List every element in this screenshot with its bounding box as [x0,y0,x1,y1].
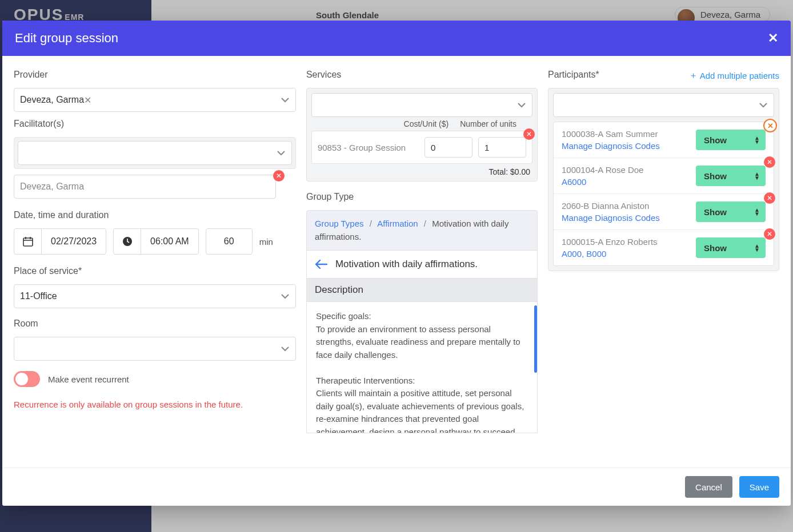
chevron-down-icon [281,95,290,104]
participant-name: 2060-B Dianna Aniston [562,201,690,211]
participants-card: 1000038-A Sam Summer Manage Diagnosis Co… [548,88,779,271]
show-dropdown[interactable]: Show▲▼ [696,166,766,186]
description-body: Specific goals: To provide an environmen… [306,302,538,433]
cancel-button[interactable]: Cancel [685,476,732,498]
facilitator-tag-name: Deveza, Garma [14,175,276,199]
modal-title: Edit group session [15,31,118,46]
column-middle: Services Cost/Unit ($) Number of units 9… [306,70,538,462]
participant-name: 1000038-A Sam Summer [562,129,690,139]
recurrent-toggle[interactable] [14,371,40,387]
participant-row: 1000038-A Sam Summer Manage Diagnosis Co… [554,122,774,158]
participant-row: 1000104-A Rose Doe A6000 Show▲▼ ✕ [554,158,774,194]
dt-label: Date, time and duration [14,210,296,220]
service-name: 90853 - Group Session [318,143,419,152]
diagnosis-codes-link[interactable]: A6000 [562,177,690,187]
remove-participant-icon[interactable]: ✕ [764,192,775,204]
location-label: South Glendale [316,10,379,20]
units-header: Number of units [460,119,516,128]
participants-label: Participants* [548,70,599,80]
cost-header: Cost/Unit ($) [404,119,449,128]
back-arrow-icon[interactable] [315,260,327,269]
recurrent-label: Make event recurrent [48,374,129,384]
remove-participant-icon[interactable]: ✕ [763,119,777,132]
chevron-down-icon [517,100,526,110]
remove-participant-icon[interactable]: ✕ [764,228,775,240]
group-type-block: Group Types / Affirmation / Motivation w… [306,210,538,433]
column-left: Provider Deveza, Garma ✕ Facilitator(s) … [14,70,296,462]
duration-input[interactable]: 60 [206,228,253,255]
plus-icon: ＋ [689,70,698,81]
time-input[interactable]: 06:00 AM [113,228,199,255]
add-multiple-patients-link[interactable]: ＋ Add multiple patients [689,70,779,81]
min-label: min [259,237,273,247]
remove-service-icon[interactable]: ✕ [523,128,535,140]
ther-head: Therapeutic Interventions: [316,374,528,388]
show-dropdown[interactable]: Show▲▼ [696,237,766,258]
date-input[interactable]: 02/27/2023 [14,228,106,255]
participants-list: 1000038-A Sam Summer Manage Diagnosis Co… [553,122,774,266]
room-select[interactable] [14,337,296,361]
modal-header: Edit group session ✕ [2,21,791,56]
group-type-breadcrumb: Group Types / Affirmation / Motivation w… [306,210,538,251]
clear-icon[interactable]: ✕ [84,95,91,106]
remove-participant-icon[interactable]: ✕ [764,156,775,168]
room-label: Room [14,319,296,329]
chevron-down-icon [277,148,286,158]
services-card: Cost/Unit ($) Number of units 90853 - Gr… [306,88,538,182]
services-label: Services [306,70,538,80]
chevron-down-icon [281,344,290,353]
participant-name: 1000015-A Enzo Roberts [562,237,690,247]
breadcrumb-root[interactable]: Group Types [315,219,364,228]
recurrent-warning: Recurrence is only available on group se… [14,400,296,409]
save-button[interactable]: Save [739,476,779,498]
svg-rect-0 [23,238,33,246]
provider-select[interactable]: Deveza, Garma ✕ [14,88,296,112]
participant-row: 1000015-A Enzo Roberts A000, B000 Show▲▼… [554,230,774,265]
group-type-subtitle: Motivation with daily affirmations. [306,251,538,279]
cost-input[interactable] [424,137,472,158]
units-input[interactable] [478,137,526,158]
service-row: 90853 - Group Session ✕ [311,131,532,164]
column-right: Participants* ＋ Add multiple patients 10… [548,70,779,462]
ther-body: Clients will maintain a positive attitud… [316,387,528,433]
facilitator-select-wrap [14,137,296,169]
chevron-down-icon [281,292,290,301]
chevron-down-icon [759,100,768,110]
user-chip: Deveza, Garma [675,7,770,22]
diagnosis-codes-link[interactable]: A000, B000 [562,249,690,259]
facilitator-tag: Deveza, Garma ✕ [14,175,296,199]
pos-select[interactable]: 11-Office [14,284,296,308]
remove-facilitator-icon[interactable]: ✕ [273,170,285,182]
services-total: Total: $0.00 [311,164,532,176]
breadcrumb-cat[interactable]: Affirmation [377,219,418,228]
edit-group-session-modal: Edit group session ✕ Provider Deveza, Ga… [2,21,791,506]
dt-row: 02/27/2023 06:00 AM 60 min [14,228,296,255]
participant-row: 2060-B Dianna Aniston Manage Diagnosis C… [554,194,774,230]
calendar-icon [14,229,42,254]
close-icon[interactable]: ✕ [768,31,778,46]
group-type-label: Group Type [306,192,538,202]
facilitator-label: Facilitator(s) [14,119,296,129]
manage-codes-link[interactable]: Manage Diagnosis Codes [562,213,690,223]
facilitator-select[interactable] [18,141,292,165]
manage-codes-link[interactable]: Manage Diagnosis Codes [562,141,690,151]
modal-footer: Cancel Save [2,467,791,506]
goals-body: To provide an environment to assess pers… [316,323,528,362]
goals-head: Specific goals: [316,310,528,323]
clock-icon [114,229,141,254]
participant-name: 1000104-A Rose Doe [562,165,690,175]
services-select[interactable] [311,93,532,117]
description-header: Description [306,279,538,302]
participants-select[interactable] [553,93,774,117]
pos-label: Place of service* [14,266,296,276]
show-dropdown[interactable]: Show▲▼ [696,201,766,222]
provider-label: Provider [14,70,296,80]
show-dropdown[interactable]: Show▲▼ [696,130,766,150]
